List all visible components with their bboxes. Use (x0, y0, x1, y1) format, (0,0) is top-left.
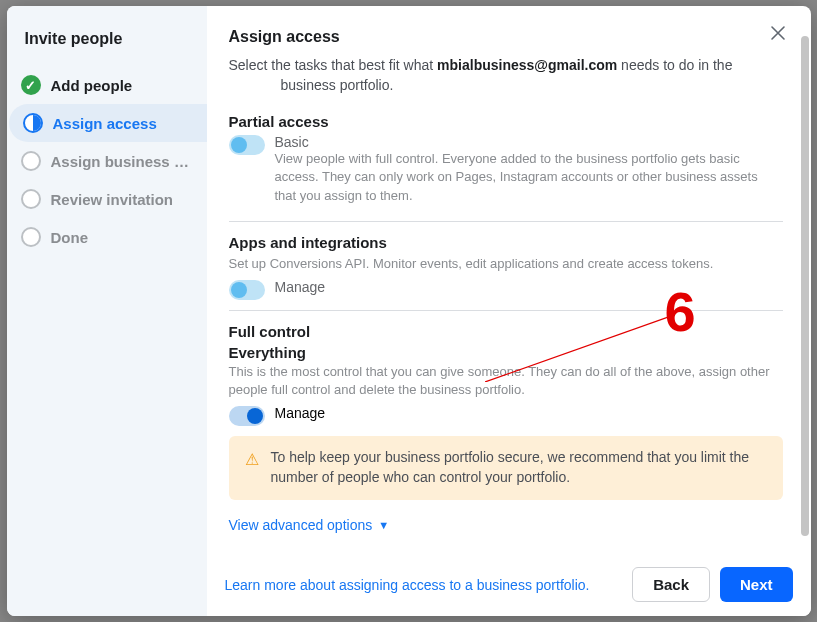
chevron-down-icon: ▼ (378, 519, 389, 531)
basic-access-row: Basic View people with full control. Eve… (229, 134, 783, 211)
basic-toggle[interactable] (229, 135, 265, 155)
security-warning: ⚠ To help keep your business portfolio s… (229, 436, 783, 499)
footer: Learn more about assigning access to a b… (207, 557, 811, 616)
warning-icon: ⚠ (245, 449, 259, 471)
full-control-heading: Full control (229, 323, 783, 340)
divider (229, 221, 783, 222)
close-icon (770, 25, 786, 41)
apps-heading: Apps and integrations (229, 234, 783, 251)
sidebar-step-assign-business-assets[interactable]: Assign business a... (7, 142, 207, 180)
empty-circle-icon (21, 151, 41, 171)
back-button[interactable]: Back (632, 567, 710, 602)
page-title: Assign access (229, 28, 783, 46)
intro-text: Select the tasks that best fit what mbia… (229, 56, 783, 95)
invite-people-modal: Invite people ✓ Add people Assign access… (7, 6, 811, 616)
empty-circle-icon (21, 227, 41, 247)
learn-more-link[interactable]: Learn more about assigning access to a b… (225, 577, 590, 593)
toggle-knob (231, 137, 247, 153)
full-manage-row: Manage (229, 405, 783, 426)
sidebar: Invite people ✓ Add people Assign access… (7, 6, 207, 616)
close-button[interactable] (767, 22, 789, 44)
full-manage-toggle[interactable] (229, 406, 265, 426)
main-panel: Assign access Select the tasks that best… (207, 6, 811, 616)
sidebar-step-assign-access[interactable]: Assign access (9, 104, 207, 142)
apps-manage-label: Manage (275, 279, 783, 295)
warning-text: To help keep your business portfolio sec… (271, 448, 767, 487)
apps-manage-row: Manage (229, 279, 783, 300)
sidebar-step-done[interactable]: Done (7, 218, 207, 256)
email-highlight: mbialbusiness@gmail.com (437, 57, 617, 73)
apps-manage-toggle[interactable] (229, 280, 265, 300)
divider (229, 310, 783, 311)
sidebar-title: Invite people (7, 6, 207, 66)
everything-desc: This is the most control that you can gi… (229, 363, 783, 399)
basic-desc: View people with full control. Everyone … (275, 150, 783, 205)
empty-circle-icon (21, 189, 41, 209)
scrollbar[interactable] (801, 36, 809, 536)
check-icon: ✓ (21, 75, 41, 95)
partial-access-heading: Partial access (229, 113, 783, 130)
content-scroll[interactable]: Assign access Select the tasks that best… (207, 6, 811, 560)
full-manage-label: Manage (275, 405, 783, 421)
everything-heading: Everything (229, 344, 783, 361)
sidebar-step-add-people[interactable]: ✓ Add people (7, 66, 207, 104)
next-button[interactable]: Next (720, 567, 793, 602)
sidebar-step-review-invitation[interactable]: Review invitation (7, 180, 207, 218)
toggle-knob (247, 408, 263, 424)
half-circle-icon (23, 113, 43, 133)
basic-label: Basic (275, 134, 783, 150)
toggle-knob (231, 282, 247, 298)
view-advanced-options-link[interactable]: View advanced options ▼ (229, 517, 390, 533)
apps-desc: Set up Conversions API. Monitor events, … (229, 255, 783, 273)
